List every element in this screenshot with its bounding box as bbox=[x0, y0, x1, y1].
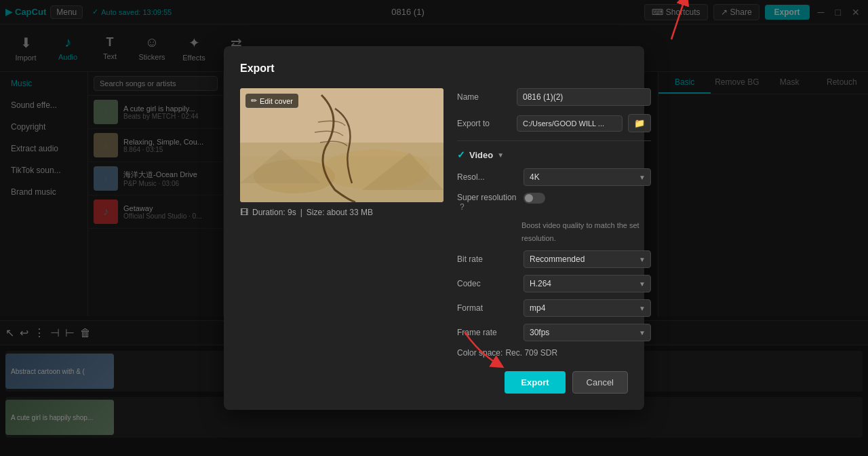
export-modal-overlay: Export bbox=[0, 0, 868, 456]
info-icon[interactable]: ? bbox=[460, 202, 465, 212]
export-to-row: Export to 📁 bbox=[457, 114, 651, 132]
video-check-icon: ✓ bbox=[457, 149, 465, 160]
bitrate-label: Bit rate bbox=[457, 254, 518, 264]
framerate-select[interactable]: 24fps25fps30fps50fps60fps bbox=[524, 324, 651, 341]
video-section-title: ✓ Video ▼ bbox=[457, 149, 651, 160]
film-icon: 🎞 bbox=[240, 208, 248, 217]
framerate-row: Frame rate 24fps25fps30fps50fps60fps ▼ bbox=[457, 324, 651, 341]
export-modal: Export bbox=[224, 46, 644, 410]
resolution-label: Resol... bbox=[457, 172, 518, 182]
color-space-row: Color space: Rec. 709 SDR bbox=[457, 348, 651, 358]
codec-label: Codec bbox=[457, 279, 518, 288]
format-label: Format bbox=[457, 303, 518, 313]
duration-size-info: 🎞 Duration: 9s | Size: about 33 MB bbox=[240, 208, 443, 217]
color-space-value: Rec. 709 SDR bbox=[505, 348, 557, 358]
export-to-label: Export to bbox=[457, 119, 511, 128]
codec-select[interactable]: H.264H.265 bbox=[524, 275, 651, 292]
modal-fields: Name Export to 📁 ✓ Video ▼ Resol... bbox=[457, 88, 651, 358]
bitrate-row: Bit rate LowMediumRecommendedHigh ▼ bbox=[457, 250, 651, 268]
edit-cover-button[interactable]: ✏ Edit cover bbox=[245, 94, 298, 108]
modal-footer: Export Cancel bbox=[240, 371, 628, 394]
codec-row: Codec H.264H.265 ▼ bbox=[457, 275, 651, 292]
super-res-label: Super resolution ? bbox=[457, 193, 518, 212]
super-resolution-row: Super resolution ? bbox=[457, 193, 651, 212]
name-input[interactable] bbox=[517, 88, 651, 106]
format-select[interactable]: mp4mov bbox=[524, 299, 651, 317]
super-res-toggle[interactable] bbox=[524, 193, 545, 204]
toggle-knob bbox=[525, 194, 533, 202]
color-space-label: Color space: bbox=[457, 348, 502, 358]
modal-preview: ✏ Edit cover 🎞 Duration: 9s | Size: abou… bbox=[240, 88, 443, 358]
name-row: Name bbox=[457, 88, 651, 106]
bitrate-select[interactable]: LowMediumRecommendedHigh bbox=[524, 250, 651, 268]
cancel-button[interactable]: Cancel bbox=[572, 371, 628, 394]
export-path-input[interactable] bbox=[517, 115, 623, 132]
modal-title: Export bbox=[240, 62, 628, 75]
format-row: Format mp4mov ▼ bbox=[457, 299, 651, 317]
folder-browse-button[interactable]: 📁 bbox=[628, 114, 651, 132]
super-res-description: Boost video quality to match the set res… bbox=[521, 218, 651, 244]
edit-icon: ✏ bbox=[251, 96, 257, 105]
export-button[interactable]: Export bbox=[505, 371, 565, 394]
name-label: Name bbox=[457, 92, 511, 102]
modal-body: ✏ Edit cover 🎞 Duration: 9s | Size: abou… bbox=[240, 88, 628, 358]
red-arrow-annotation-top bbox=[644, 0, 698, 46]
framerate-label: Frame rate bbox=[457, 328, 518, 337]
resolution-row: Resol... 360P480P720P1080P2K4K ▼ bbox=[457, 168, 651, 186]
resolution-select[interactable]: 360P480P720P1080P2K4K bbox=[524, 168, 651, 186]
